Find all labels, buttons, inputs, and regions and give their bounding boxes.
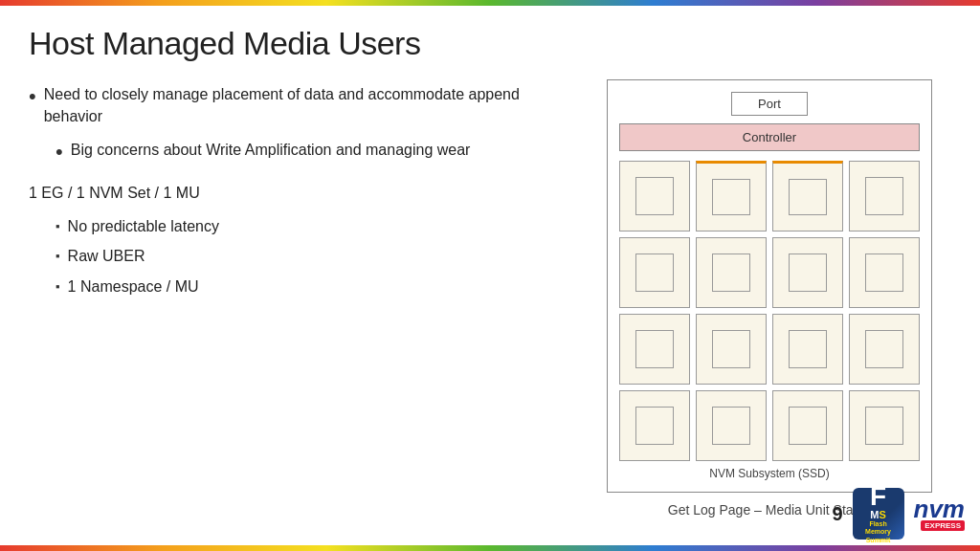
bullet-1-text: Need to closely manage placement of data… <box>44 83 568 127</box>
flash-inner <box>635 177 674 215</box>
subsystem-label: NVM Subsystem (SSD) <box>619 467 920 480</box>
flash-grid <box>619 161 920 461</box>
flash-cell <box>696 161 767 231</box>
flash-cell <box>849 390 920 461</box>
bullet-dot-1: • <box>29 83 36 111</box>
bullet-1-sub-text: Big concerns about Write Amplification a… <box>71 139 471 161</box>
flash-inner <box>789 407 827 445</box>
flash-inner <box>865 330 903 368</box>
flash-inner <box>712 253 750 292</box>
bullet-2-sub-1: ▪ No predictable latency <box>56 215 568 237</box>
flash-cell <box>772 314 843 385</box>
flash-inner <box>789 179 827 216</box>
bullet-2-sub-2-text: Raw UBER <box>68 245 145 267</box>
fms-logo: F M S Flash Memory Summit <box>853 488 904 540</box>
fms-f-letter: F <box>870 483 886 510</box>
flash-cell <box>772 161 843 231</box>
controller-box: Controller <box>619 123 920 151</box>
flash-inner <box>712 179 750 216</box>
flash-cell <box>619 314 690 385</box>
bullet-square-3: ▪ <box>56 277 60 297</box>
bullet-square-1: ▪ <box>56 217 60 236</box>
fms-text: Flash Memory Summit <box>857 520 901 544</box>
flash-inner <box>712 407 750 445</box>
port-label: Port <box>758 97 781 111</box>
bullet-square-2: ▪ <box>56 247 60 266</box>
flash-cell <box>696 314 767 385</box>
nvm-logo: nvm EXPRESS <box>914 495 965 533</box>
controller-label: Controller <box>743 130 796 144</box>
bullet-dot-1-sub: • <box>56 139 63 166</box>
flash-inner <box>635 407 674 445</box>
express-badge: EXPRESS <box>921 520 965 531</box>
bullet-2-sub-3: ▪ 1 Namespace / MU <box>56 276 568 298</box>
flash-inner <box>865 253 903 292</box>
flash-cell <box>849 161 920 231</box>
flash-grid-wrapper <box>619 161 920 461</box>
bottom-right-area: 9 F M S Flash Memory Summit nvm EXPRESS <box>832 488 965 540</box>
bullet-2-sub-1-text: No predictable latency <box>68 215 219 237</box>
flash-cell <box>619 237 690 308</box>
page-number: 9 <box>832 503 842 525</box>
bullet-2-sub-3-text: 1 Namespace / MU <box>68 276 199 298</box>
right-diagram: Port Controller <box>588 79 951 526</box>
flash-cell <box>696 237 767 308</box>
fms-badge: F M S Flash Memory Summit <box>853 488 904 540</box>
bullet-2-text: 1 EG / 1 NVM Set / 1 MU <box>29 182 200 204</box>
bullet-1-sub: • Big concerns about Write Amplification… <box>56 139 568 166</box>
flash-cell <box>696 390 767 461</box>
left-content: • Need to closely manage placement of da… <box>29 79 568 526</box>
bullet-2-subs: ▪ No predictable latency ▪ Raw UBER ▪ 1 … <box>56 215 568 305</box>
flash-cell <box>849 314 920 385</box>
flash-inner <box>712 330 750 368</box>
flash-inner <box>789 330 827 368</box>
flash-cell <box>772 237 843 308</box>
port-box: Port <box>731 92 808 116</box>
bullet-2: 1 EG / 1 NVM Set / 1 MU <box>29 182 568 204</box>
flash-cell <box>849 237 920 308</box>
flash-inner <box>635 253 674 292</box>
flash-cell <box>772 390 843 461</box>
diagram-container: Port Controller <box>607 79 932 493</box>
bullet-2-sub-2: ▪ Raw UBER <box>56 245 568 267</box>
flash-cell <box>619 161 690 231</box>
flash-inner <box>865 407 903 445</box>
slide-title: Host Managed Media Users <box>29 25 951 62</box>
flash-inner <box>865 177 903 215</box>
bullet-1: • Need to closely manage placement of da… <box>29 83 568 127</box>
bottom-rainbow-bar <box>0 545 980 551</box>
flash-inner <box>635 330 674 368</box>
flash-inner <box>789 253 827 292</box>
flash-cell <box>619 390 690 461</box>
